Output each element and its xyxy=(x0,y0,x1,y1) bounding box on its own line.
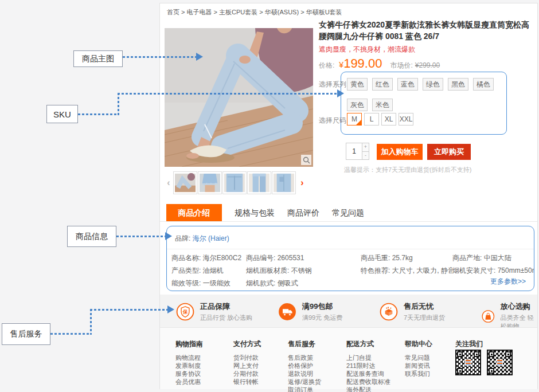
product-page-card: 首页 > 电子电器 > 主板CPU套装 > 华硕(ASUS) > 华硕板U套装 xyxy=(159,3,538,389)
footer-link[interactable]: 购物流程 xyxy=(175,354,203,362)
series-option[interactable]: 红色 xyxy=(372,78,393,91)
series-option[interactable]: 绿色 xyxy=(423,78,443,91)
footer-column-payment: 支付方式 货到付款网上支付分期付款银行转帐 xyxy=(233,339,261,386)
magnifier-icon[interactable] xyxy=(301,155,311,165)
product-info-box: 品牌: 海尔 (Haier) 商品名称: 海尔E800C2 商品编号: 2605… xyxy=(166,226,534,291)
info-item: 商品编号: 2605531 xyxy=(246,253,361,263)
size-option[interactable]: L xyxy=(364,113,379,126)
tab[interactable]: 商品介绍 xyxy=(166,204,222,221)
more-params-link[interactable]: 更多参数>> xyxy=(490,277,526,287)
size-option[interactable]: XXL xyxy=(399,113,413,126)
service-title: 正品保障 xyxy=(200,301,252,312)
service-item: 满99包邮 满99元 免运费 xyxy=(278,301,342,322)
annotation-main-image-label: 商品主图 xyxy=(73,50,123,67)
footer-link[interactable]: 配送费收取标准 xyxy=(346,378,390,386)
thumbnail[interactable] xyxy=(272,171,296,194)
footer-link[interactable]: 新闻资讯 xyxy=(405,362,432,370)
footer-link[interactable]: 配送服务查询 xyxy=(346,370,390,378)
breadcrumb[interactable]: 首页 > 电子电器 > 主板CPU套装 > 华硕(ASUS) > 华硕板U套装 xyxy=(167,8,342,17)
info-item: 产品类型: 油烟机 xyxy=(171,266,246,276)
arrow-head-icon xyxy=(196,53,203,61)
quantity-increase-button[interactable]: + xyxy=(362,143,369,152)
tab[interactable]: 商品评价 xyxy=(287,204,319,221)
qr-code xyxy=(487,350,513,375)
buy-now-button[interactable]: 立即购买 xyxy=(427,144,471,160)
footer-link[interactable]: 服务协议 xyxy=(175,370,203,378)
tab[interactable]: 规格与包装 xyxy=(235,204,275,221)
annotation-arrow-line xyxy=(118,93,337,95)
footer-link[interactable]: 网上支付 xyxy=(233,362,261,370)
add-to-cart-button[interactable]: 加入购物车 xyxy=(377,144,423,160)
series-option[interactable]: 黄色 xyxy=(347,78,368,91)
footer-link[interactable]: 银行转帐 xyxy=(233,378,261,386)
footer-link[interactable]: 分期付款 xyxy=(233,370,261,378)
info-item: 特色推荐: 大尺寸, 大吸力, 静音... xyxy=(361,266,452,276)
thumbnail-strip: ‹ › xyxy=(165,170,313,195)
footer-column-title: 支付方式 xyxy=(233,339,261,349)
annotation-arrow-line xyxy=(118,93,119,115)
footer-link[interactable]: 联系我们 xyxy=(405,370,432,378)
footer-link[interactable]: 价格保护 xyxy=(288,362,321,370)
quantity-input[interactable] xyxy=(346,143,362,159)
series-option[interactable]: 黑色 xyxy=(448,78,468,91)
footer-link[interactable]: 海外配送 xyxy=(346,386,390,392)
info-item: 烟机面板材质: 不锈钢 xyxy=(246,266,361,276)
series-option[interactable]: 橘色 xyxy=(473,78,494,91)
service-item: 放心选购 品类齐全 轻松购物 xyxy=(482,301,537,331)
brand-label: 品牌: xyxy=(175,234,190,242)
footer-link[interactable]: 退款说明 xyxy=(288,370,321,378)
footer-column-help: 帮助中心 常见问题新闻资讯联系我们 xyxy=(405,339,432,378)
footer-link[interactable]: 上门自提 xyxy=(346,354,390,362)
series-option[interactable]: 米色 xyxy=(372,99,393,111)
footer-link[interactable]: 售后政策 xyxy=(288,354,321,362)
thumbnail[interactable] xyxy=(247,171,271,194)
purchase-tips: 温馨提示：支持7天无理由退货(拆封后不支持) xyxy=(344,166,471,174)
thumbnail[interactable] xyxy=(198,171,222,194)
thumbnail[interactable] xyxy=(222,171,247,194)
footer-link[interactable]: 常见问题 xyxy=(405,354,432,362)
info-item: 商品毛重: 25.7kg xyxy=(361,253,452,263)
footer-link[interactable]: 取消订单 xyxy=(288,386,321,392)
info-item: 能效等级: 一级能效 xyxy=(171,279,246,288)
price-label: 价格: xyxy=(319,61,334,70)
service-item: 保 正品保障 正品行货 放心选购 xyxy=(176,301,252,322)
thumbs-next-icon[interactable]: › xyxy=(298,178,306,188)
info-grid: 商品名称: 海尔E800C2 商品编号: 2605531 商品毛重: 25.7k… xyxy=(167,253,534,288)
thumbnail[interactable] xyxy=(173,171,197,194)
shield-badge-icon: 保 xyxy=(176,303,194,321)
footer-link[interactable]: 货到付款 xyxy=(233,354,261,362)
footer: 购物指南 购物流程发票制度服务协议会员优惠 支付方式 货到付款网上支付分期付款银… xyxy=(160,327,537,389)
series-option[interactable]: 蓝色 xyxy=(397,78,418,91)
arrow-head-icon xyxy=(337,89,344,97)
series-option[interactable]: 灰色 xyxy=(347,99,368,111)
size-options: MLXLXXL xyxy=(347,113,416,134)
quantity-stepper: + - xyxy=(346,143,369,160)
service-desc: 正品行货 放心选购 xyxy=(200,313,252,322)
annotation-arrow-line xyxy=(90,309,167,311)
qr-code xyxy=(455,350,481,375)
aftersale-box-icon xyxy=(380,303,398,321)
footer-column-title: 帮助中心 xyxy=(405,339,432,349)
footer-column-aftersale: 售后服务 售后政策价格保护退款说明返修/退换货取消订单 xyxy=(288,339,321,392)
arrow-head-icon xyxy=(165,232,172,240)
info-item: 烟机款式: 侧吸式 xyxy=(246,279,361,288)
brand-link[interactable]: 海尔 (Haier) xyxy=(193,234,229,242)
tab[interactable]: 常见问题 xyxy=(332,204,364,221)
footer-link[interactable]: 发票制度 xyxy=(175,362,203,370)
size-option[interactable]: XL xyxy=(381,113,396,126)
truck-icon xyxy=(278,303,296,321)
annotation-product-info-label: 商品信息 xyxy=(67,226,116,247)
annotation-arrow-line xyxy=(50,333,92,335)
footer-link[interactable]: 211限时达 xyxy=(346,362,390,370)
series-label: 选择系列: xyxy=(319,80,348,89)
size-label: 选择尺码: xyxy=(319,116,348,126)
service-item: 售后无忧 7天无理由退货 xyxy=(380,301,445,322)
product-main-image[interactable] xyxy=(165,28,313,167)
footer-link[interactable]: 返修/退换货 xyxy=(288,378,321,386)
footer-link[interactable]: 会员优惠 xyxy=(175,378,203,386)
footer-column-shopping-guide: 购物指南 购物流程发票制度服务协议会员优惠 xyxy=(175,339,203,386)
shopping-bag-icon xyxy=(482,307,495,326)
quantity-decrease-button[interactable]: - xyxy=(362,152,369,160)
size-option[interactable]: M xyxy=(347,113,362,126)
thumbs-prev-icon[interactable]: ‹ xyxy=(165,178,173,188)
